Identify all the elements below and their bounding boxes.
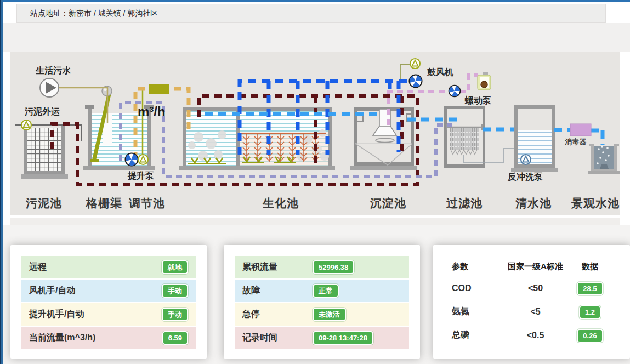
row-record-time: 记录时间 09-28 13:47:28 <box>235 327 409 349</box>
disinfector-label: 消毒器 <box>565 138 587 146</box>
biochemical-tank <box>179 107 335 170</box>
disinfector-box <box>570 124 591 136</box>
row-cod-badge[interactable]: 28.5 <box>577 282 603 295</box>
row-tp-badge[interactable]: 0.26 <box>577 329 603 343</box>
sewage-pump-icon <box>40 78 59 97</box>
blower-label: 鼓风机 <box>427 67 453 77</box>
process-flow-diagram: 生活污水 污泥外运 m³/h 提升泵 鼓风机 螺动泵 反冲洗泵 消毒器 污泥池 … <box>10 52 620 215</box>
landscape-pool <box>588 144 620 174</box>
site-address-bar: 站点地址：新密市 / 城关镇 / 郭沟社区 <box>16 4 606 23</box>
row-record-time-badge[interactable]: 09-28 13:47:28 <box>313 331 373 345</box>
row-fan-mode-label: 风机手/自动 <box>29 285 75 297</box>
row-nh3: 氨氮 <5 1.2 <box>444 300 619 323</box>
row-cod-standard: <50 <box>502 283 569 293</box>
site-address-label: 站点地址： <box>30 9 69 19</box>
row-estop: 急停 未激活 <box>235 303 409 326</box>
row-lift-mode: 提升机手/自动 手动 <box>21 303 196 326</box>
sludge-tank <box>21 126 68 179</box>
row-estop-label: 急停 <box>242 309 313 320</box>
row-lift-mode-badge[interactable]: 手动 <box>162 308 188 322</box>
lift-pump-valve-icon <box>138 155 148 164</box>
sludge-out-valve-icon <box>21 120 31 130</box>
row-current-flow: 当前流量(m^3/h) 6.59 <box>21 327 196 349</box>
sewage-label: 生活污水 <box>35 66 71 75</box>
row-tp-standard: <0.5 <box>502 331 569 340</box>
control-card: 远程 就地 风机手/自动 手动 提升机手/自动 手动 当前流量(m^3/h) 6… <box>10 245 207 359</box>
row-total-flow: 累积流量 52996.38 <box>235 256 409 278</box>
tank-label-sludge: 污泥池 <box>25 197 62 209</box>
screw-pump-label: 螺动泵 <box>464 95 491 105</box>
row-record-time-label: 记录时间 <box>242 332 313 344</box>
quality-header: 参数 国家一级A标准 数据 <box>444 256 619 277</box>
tank-label-landscape: 景观水池 <box>571 197 620 209</box>
left-accent-bar <box>0 0 3 364</box>
upper-band <box>0 23 630 52</box>
row-fault: 故障 正常 <box>235 280 409 302</box>
row-current-flow-label: 当前流量(m^3/h) <box>29 332 95 344</box>
dosing-pump-fan-icon <box>447 86 461 99</box>
row-estop-badge[interactable]: 未激活 <box>313 308 346 322</box>
tank-label-grid: 格栅渠 <box>86 197 122 209</box>
tank-label-sedimentation: 沉淀池 <box>370 197 406 209</box>
filter-media <box>450 127 479 150</box>
row-tp-param: 总磷 <box>452 329 502 341</box>
sedimentation-tank <box>350 107 417 170</box>
process-flow-svg: 生活污水 污泥外运 m³/h 提升泵 鼓风机 螺动泵 反冲洗泵 消毒器 污泥池 … <box>10 52 620 215</box>
row-remote: 远程 就地 <box>21 256 196 278</box>
row-fan-mode: 风机手/自动 手动 <box>21 280 196 302</box>
sludge-hopper <box>355 144 412 165</box>
row-lift-mode-label: 提升机手/自动 <box>29 309 84 320</box>
row-fault-badge[interactable]: 正常 <box>313 284 339 298</box>
row-cod-param: COD <box>452 283 502 293</box>
dosing-container-icon <box>478 72 491 90</box>
tank-label-filter: 过滤池 <box>446 197 483 209</box>
row-total-flow-badge[interactable]: 52996.38 <box>313 260 354 275</box>
blower-fan-icon <box>407 75 422 89</box>
quality-card: 参数 国家一级A标准 数据 COD <50 28.5 氨氮 <5 1.2 总磷 … <box>433 245 630 359</box>
clear-water-tank <box>511 105 558 172</box>
quality-header-data: 数据 <box>569 261 611 272</box>
backwash-pump-label: 反冲洗泵 <box>507 172 543 181</box>
row-remote-label: 远程 <box>29 261 47 273</box>
row-remote-badge[interactable]: 就地 <box>162 260 188 275</box>
site-address-value: 新密市 / 城关镇 / 郭沟社区 <box>69 9 158 19</box>
lift-pump-label: 提升泵 <box>127 171 154 180</box>
tank-label-biochemical: 生化池 <box>262 197 299 209</box>
quality-header-standard: 国家一级A标准 <box>502 261 569 272</box>
row-nh3-standard: <5 <box>502 307 569 317</box>
flow-meter <box>149 84 169 94</box>
backwash-pump-icon <box>521 155 531 164</box>
tank-label-regulation: 调节池 <box>128 197 165 209</box>
top-accent-bar <box>0 0 630 2</box>
diagram-lower-band <box>10 218 620 225</box>
flow-unit-label: m³/h <box>138 104 166 119</box>
sludge-out-label: 污泥外运 <box>24 107 60 116</box>
row-total-flow-label: 累积流量 <box>242 261 313 273</box>
row-nh3-badge[interactable]: 1.2 <box>579 305 601 319</box>
quality-header-param: 参数 <box>452 261 502 272</box>
blower-valve-icon <box>410 59 420 69</box>
row-current-flow-badge[interactable]: 6.59 <box>162 331 188 345</box>
row-cod: COD <50 28.5 <box>444 277 619 299</box>
row-fault-label: 故障 <box>242 285 313 297</box>
row-fan-mode-badge[interactable]: 手动 <box>162 284 188 298</box>
status-card: 累积流量 52996.38 故障 正常 急停 未激活 记录时间 09-28 13… <box>224 245 420 359</box>
row-tp: 总磷 <0.5 0.26 <box>444 324 619 346</box>
tank-label-clearwater: 清水池 <box>515 197 552 209</box>
row-nh3-param: 氨氮 <box>452 306 502 317</box>
filter-tank <box>444 106 524 168</box>
